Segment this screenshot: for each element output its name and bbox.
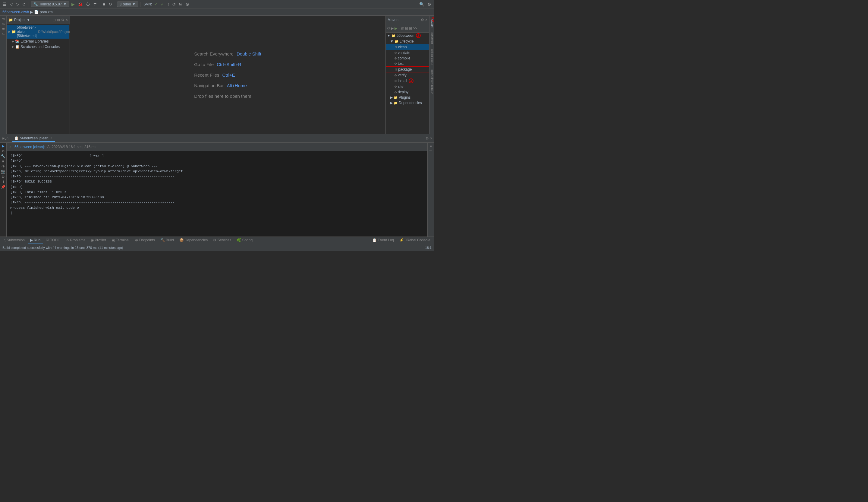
debug-icon[interactable]: 🐞 bbox=[77, 1, 84, 7]
maven-expand-icon[interactable]: ⊞ bbox=[409, 26, 412, 30]
svn-history-icon[interactable]: ⟳ bbox=[172, 1, 177, 7]
maven-test-item[interactable]: ⚙ test bbox=[386, 61, 429, 66]
expand-icon[interactable]: ⊞ bbox=[57, 18, 60, 22]
scratches-item[interactable]: ▶ 📋 Scratches and Consoles bbox=[7, 44, 69, 50]
forward-icon[interactable]: ▷ bbox=[15, 1, 20, 7]
panel-close-icon[interactable]: × bbox=[66, 18, 68, 22]
maven-settings-icon[interactable]: ⚙ bbox=[421, 18, 424, 22]
tab-subversion[interactable]: ⎌ Subversion bbox=[1, 238, 27, 243]
run-config-icon: 🔧 bbox=[33, 2, 38, 6]
clean-gear-icon: ⚙ bbox=[394, 46, 397, 49]
project-dropdown-icon[interactable]: ▼ bbox=[27, 18, 30, 22]
refresh-icon[interactable]: ↺ bbox=[21, 1, 27, 7]
maven-deploy-item[interactable]: ⚙ deploy bbox=[386, 89, 429, 95]
run-cog-icon[interactable]: ⚙ bbox=[1, 175, 5, 179]
tab-profiler[interactable]: ◉ Profiler bbox=[88, 238, 108, 243]
run-config-dropdown[interactable]: 🔧 Tomcat 8.5.87 ▼ bbox=[31, 1, 69, 7]
settings-icon[interactable]: ⚙ bbox=[426, 1, 432, 7]
run-content: ▶ ↺ 🔧 ■ 👁 📷 ⚙ ⬆ 📌 ✓ 56between [clean]: A… bbox=[0, 143, 434, 237]
separator-4 bbox=[140, 2, 141, 7]
maven-refresh-icon[interactable]: ↺ bbox=[387, 26, 390, 30]
jrebel-side-icon[interactable]: J bbox=[1, 32, 6, 36]
maven-run-icon[interactable]: ▶ bbox=[391, 26, 394, 30]
search-everywhere-row: Search Everywhere Double Shift bbox=[194, 51, 261, 57]
svn-block-icon[interactable]: ⊘ bbox=[185, 1, 190, 7]
maven-plugins-item[interactable]: ▶ 📁 Plugins bbox=[386, 95, 429, 100]
search-icon[interactable]: 🔍 bbox=[418, 1, 425, 7]
profile-icon[interactable]: ⏱ bbox=[85, 1, 91, 7]
right-tab-database[interactable]: Database bbox=[430, 30, 434, 47]
tab-todo[interactable]: ☑ TODO bbox=[43, 238, 63, 243]
tab-terminal[interactable]: ▣ Terminal bbox=[109, 238, 132, 243]
tab-event-log[interactable]: 📋 Event Log bbox=[370, 238, 396, 243]
navigation-bar-key: Alt+Home bbox=[227, 83, 247, 88]
project-icon[interactable]: P bbox=[1, 17, 6, 21]
maven-close-icon[interactable]: × bbox=[425, 18, 427, 22]
run-play-icon[interactable]: ▶ bbox=[2, 144, 4, 148]
maven-package-item[interactable]: ⚙ package bbox=[386, 66, 429, 72]
run-camera-icon[interactable]: 📷 bbox=[1, 170, 6, 174]
maven-dependencies-item[interactable]: ▶ 📁 Dependencies bbox=[386, 100, 429, 106]
subversion-label: Subversion bbox=[7, 238, 25, 242]
status-bar: Build completed successfully with 44 war… bbox=[0, 244, 434, 251]
run-wrench-icon[interactable]: 🔧 bbox=[1, 154, 6, 158]
bookmarks-icon[interactable]: B bbox=[1, 27, 6, 31]
svn-mail-icon[interactable]: ✉ bbox=[178, 1, 184, 7]
run-stop-icon[interactable]: ■ bbox=[2, 159, 4, 163]
external-libraries-item[interactable]: ▶ 📚 External Libraries bbox=[7, 39, 69, 44]
verify-label: verify bbox=[398, 73, 406, 77]
tab-problems[interactable]: ⚠ Problems bbox=[64, 238, 88, 243]
maven-verify-item[interactable]: ⚙ verify bbox=[386, 72, 429, 78]
tab-build[interactable]: 🔨 Build bbox=[158, 238, 176, 243]
console-wrap-icon[interactable]: ⇐ bbox=[430, 148, 432, 152]
right-tab-redis[interactable]: Redis Helper bbox=[430, 47, 434, 67]
console-lines-icon[interactable]: ≡ bbox=[430, 144, 432, 148]
back-icon[interactable]: ◁ bbox=[9, 1, 14, 7]
structure-icon[interactable]: S bbox=[1, 22, 6, 27]
run-export-icon[interactable]: ⬆ bbox=[2, 180, 5, 184]
tab-jrebel-console[interactable]: ⚡ JRebel Console bbox=[397, 238, 433, 243]
maven-install-item[interactable]: ⚙ install 3 bbox=[386, 78, 429, 84]
stop-icon[interactable]: ■ bbox=[102, 1, 106, 7]
maven-toggle-icon[interactable]: m bbox=[401, 26, 404, 30]
run-icon[interactable]: ▶ bbox=[71, 1, 76, 7]
lifecycle-item[interactable]: ▼ 📁 Lifecycle bbox=[386, 39, 429, 44]
tab-dependencies[interactable]: 📦 Dependencies bbox=[177, 238, 210, 243]
panel-settings-icon[interactable]: ⚙ bbox=[61, 18, 64, 22]
maven-collapse-icon[interactable]: ⊟ bbox=[405, 26, 408, 30]
run-panel-close-icon[interactable]: × bbox=[430, 137, 432, 141]
maven-site-item[interactable]: ⚙ site bbox=[386, 84, 429, 89]
run-eye-icon[interactable]: 👁 bbox=[1, 164, 5, 169]
run-tab-close-icon[interactable]: × bbox=[51, 137, 52, 140]
restart-icon[interactable]: ↻ bbox=[107, 1, 113, 7]
console-line-6: [INFO] BUILD SUCCESS bbox=[10, 179, 424, 184]
run-rerun-icon[interactable]: ↺ bbox=[2, 149, 5, 153]
tab-services[interactable]: ⚙ Services bbox=[211, 238, 234, 243]
tab-spring[interactable]: 🌿 Spring bbox=[234, 238, 255, 243]
jrebel-dropdown[interactable]: JRebel ▼ bbox=[117, 1, 138, 7]
tab-run[interactable]: ▶ Run bbox=[28, 238, 43, 243]
collapse-icon[interactable]: ⊟ bbox=[53, 18, 56, 22]
maven-add-icon[interactable]: + bbox=[398, 26, 400, 30]
maven-clean-item[interactable]: ⚙ clean bbox=[386, 44, 429, 50]
tab-endpoints[interactable]: ⊕ Endpoints bbox=[133, 238, 157, 243]
svn-commit-icon[interactable]: ↑ bbox=[166, 1, 170, 7]
menu-icon[interactable]: ☰ bbox=[2, 1, 8, 7]
maven-compile-item[interactable]: ⚙ compile bbox=[386, 56, 429, 61]
maven-validate-item[interactable]: ⚙ validate bbox=[386, 50, 429, 56]
run-panel-settings-icon[interactable]: ⚙ bbox=[426, 137, 429, 141]
project-root-item[interactable]: ▶ 📁 56between-otwb [56between] D:\WorkSp… bbox=[7, 25, 69, 39]
run-tab-56between[interactable]: 📋 56between [clean] × bbox=[12, 135, 54, 142]
file-breadcrumb[interactable]: pom.xml bbox=[40, 10, 53, 14]
maven-run-green-icon[interactable]: ▶ bbox=[394, 26, 397, 30]
search-everywhere-key: Double Shift bbox=[237, 51, 261, 57]
maven-more-icon[interactable]: >> bbox=[413, 26, 417, 30]
run-pin-icon[interactable]: 📌 bbox=[1, 185, 6, 189]
svn-update-icon[interactable]: ✓ bbox=[160, 1, 165, 7]
maven-project-folder-icon: 📁 bbox=[392, 34, 396, 38]
coverage-icon[interactable]: ☂ bbox=[92, 1, 98, 7]
svn-check-icon[interactable]: ✓ bbox=[153, 1, 158, 7]
project-breadcrumb[interactable]: 56between-otwb bbox=[2, 10, 29, 14]
right-tab-jrebel-setup[interactable]: JRebel Setup Guide bbox=[430, 67, 434, 96]
maven-project-item[interactable]: ▼ 📁 56between 2 bbox=[386, 32, 429, 39]
